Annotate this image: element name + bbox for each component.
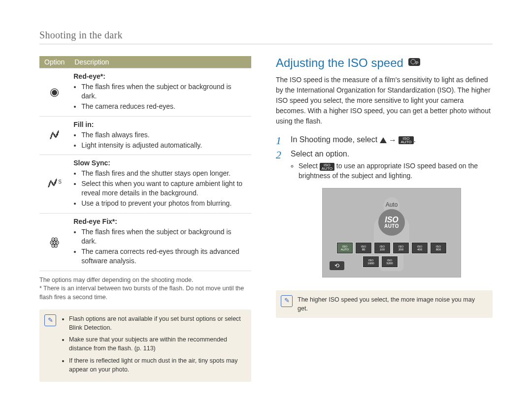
fill-in-icon: 🗲 bbox=[49, 129, 60, 142]
flash-note-box: ✎ Flash options are not available if you… bbox=[39, 309, 251, 382]
option-point: Select this when you want to capture amb… bbox=[81, 179, 247, 198]
up-triangle-icon bbox=[380, 137, 387, 143]
slow-sync-icon: 🗲S bbox=[47, 178, 62, 190]
iso-chip-80[interactable]: ISO80 bbox=[356, 243, 371, 253]
note-point: If there is reflected light or much dust… bbox=[69, 356, 244, 374]
iso-chip-1600[interactable]: ISO1600 bbox=[363, 256, 379, 267]
flash-options-table: Option Description ◉ Red-eye*: The flash… bbox=[39, 56, 251, 271]
iso-chip-3200[interactable]: ISO3200 bbox=[382, 256, 398, 267]
col-option: Option bbox=[39, 56, 69, 68]
note-point: Flash options are not available if you s… bbox=[69, 314, 244, 332]
mode-p-icon: ◯P bbox=[408, 58, 421, 66]
note-point: Make sure that your subjects are within … bbox=[69, 335, 244, 353]
iso-chip-400[interactable]: ISO400 bbox=[412, 243, 428, 253]
step-2: Select an option. Select ISOAUTO to use … bbox=[276, 149, 493, 181]
table-row: 🗲 Fill in: The flash always fires. Light… bbox=[39, 116, 251, 155]
option-title: Red-eye Fix*: bbox=[73, 217, 117, 225]
footnote-line: The options may differ depending on the … bbox=[39, 276, 251, 285]
footnotes: The options may differ depending on the … bbox=[39, 276, 251, 302]
option-point: The flash fires when the subject or back… bbox=[81, 82, 247, 101]
option-point: Light intensity is adjusted automaticall… bbox=[81, 141, 247, 150]
option-title: Red-eye*: bbox=[73, 72, 105, 80]
iso-chip-row-2: ISO1600 ISO3200 bbox=[363, 256, 398, 267]
back-button[interactable]: ⟲ bbox=[330, 261, 344, 270]
iso-chip-200[interactable]: ISO200 bbox=[393, 243, 409, 253]
table-row: ꙮ Red-eye Fix*: The flash fires when the… bbox=[39, 214, 251, 271]
option-point: The flash fires and the shutter stays op… bbox=[81, 169, 247, 178]
iso-big-badge: ISO AUTO bbox=[378, 209, 405, 236]
iso-chip-row-1: ISOAUTO ISO80 ISO100 ISO200 ISO400 ISO80… bbox=[337, 243, 446, 253]
red-eye-icon: ◉ bbox=[50, 86, 59, 98]
table-row: ◉ Red-eye*: The flash fires when the sub… bbox=[39, 68, 251, 117]
iso-auto-label: Auto bbox=[386, 201, 398, 208]
table-row: 🗲S Slow Sync: The flash fires and the sh… bbox=[39, 155, 251, 214]
iso-chip-800[interactable]: ISO800 bbox=[431, 243, 446, 253]
note-icon: ✎ bbox=[281, 295, 293, 307]
iso-auto-chip-icon: ISOAUTO bbox=[399, 136, 413, 144]
section-title: Adjusting the ISO speed ◯P bbox=[276, 56, 493, 70]
arrow-right-icon: → bbox=[389, 136, 397, 144]
option-point: The flash fires when the subject or back… bbox=[81, 227, 247, 246]
step-1: In Shooting mode, select → ISOAUTO. bbox=[276, 134, 493, 146]
option-point: The camera corrects red-eyes through its… bbox=[81, 247, 247, 266]
iso-chip-auto[interactable]: ISOAUTO bbox=[337, 243, 353, 253]
section-body: The ISO speed is the measure of a film's… bbox=[276, 75, 493, 126]
iso-auto-chip-icon: ISOAUTO bbox=[320, 163, 334, 171]
option-point: The camera reduces red-eyes. bbox=[81, 102, 247, 111]
red-eye-fix-icon: ꙮ bbox=[50, 236, 59, 248]
option-point: Use a tripod to prevent your photos from… bbox=[81, 199, 247, 208]
note-icon: ✎ bbox=[44, 314, 56, 326]
footnote-line: * There is an interval between two burst… bbox=[39, 284, 251, 302]
option-title: Slow Sync: bbox=[73, 159, 110, 167]
step-2-sub: Select ISOAUTO to use an appropriate ISO… bbox=[299, 161, 493, 181]
option-point: The flash always fires. bbox=[81, 130, 247, 140]
iso-note-box: ✎ The higher ISO speed you select, the m… bbox=[276, 290, 493, 318]
iso-screen-preview: Auto ISO AUTO ISOAUTO ISO80 ISO100 ISO20… bbox=[322, 188, 461, 278]
col-description: Description bbox=[69, 56, 251, 68]
breadcrumb: Shooting in the dark bbox=[39, 30, 493, 44]
option-title: Fill in: bbox=[73, 121, 94, 128]
iso-chip-100[interactable]: ISO100 bbox=[374, 243, 390, 253]
